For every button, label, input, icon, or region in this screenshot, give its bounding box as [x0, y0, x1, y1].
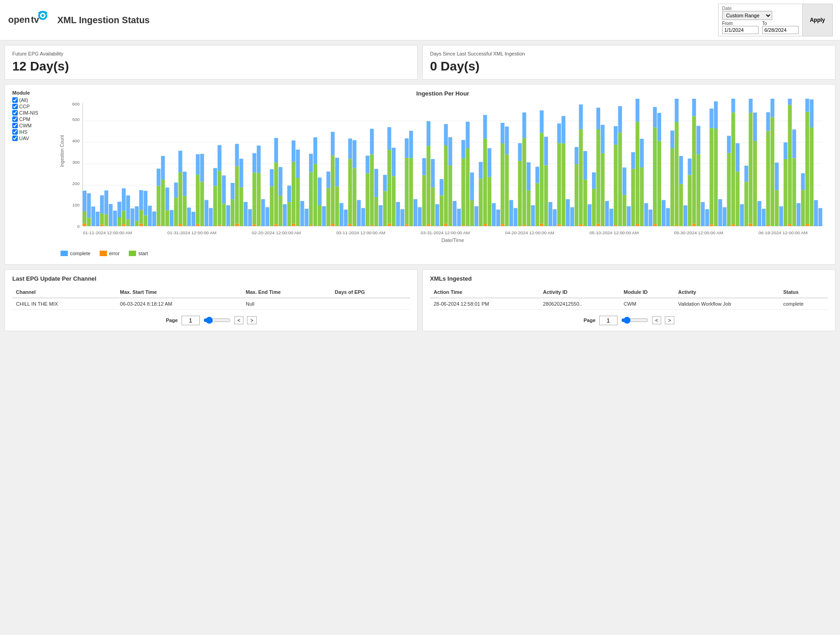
svg-rect-199	[470, 172, 474, 200]
xml-page-label: Page	[583, 318, 595, 323]
filter-checkbox-ihs[interactable]	[12, 129, 18, 135]
xml-page-input[interactable]	[599, 316, 617, 325]
svg-rect-67	[165, 187, 169, 210]
svg-rect-256	[601, 153, 604, 226]
svg-rect-149	[353, 168, 356, 226]
svg-rect-242	[575, 147, 578, 164]
svg-rect-290	[683, 205, 687, 226]
svg-rect-245	[579, 129, 582, 224]
svg-rect-210	[496, 210, 500, 226]
epg-next-button[interactable]: >	[247, 316, 256, 324]
svg-rect-50	[126, 219, 130, 226]
svg-rect-302	[709, 224, 713, 226]
legend-label-error: error	[109, 251, 120, 256]
svg-rect-178	[426, 121, 430, 146]
svg-rect-266	[627, 207, 631, 226]
epg-availability-panel: Future EPG Availability 12 Day(s)	[5, 45, 418, 80]
svg-rect-122	[292, 224, 295, 226]
filter-checkbox-cimnis[interactable]	[12, 110, 18, 116]
svg-rect-151	[361, 208, 365, 226]
legend-start: start	[129, 251, 148, 256]
filter-checkbox-cpm[interactable]	[12, 116, 18, 122]
svg-rect-113	[274, 163, 278, 225]
svg-rect-229	[540, 133, 543, 223]
svg-rect-183	[435, 204, 439, 226]
svg-rect-233	[548, 202, 552, 226]
from-input[interactable]	[722, 26, 759, 34]
svg-rect-280	[658, 141, 661, 226]
svg-rect-127	[309, 154, 313, 172]
filter-checkbox-ccp[interactable]	[12, 104, 18, 109]
svg-rect-201	[475, 207, 478, 226]
svg-rect-293	[692, 99, 696, 116]
svg-rect-323	[762, 209, 765, 226]
svg-text:05-10-2024 12:00:00 AM: 05-10-2024 12:00:00 AM	[590, 230, 639, 235]
xml-next-button[interactable]: >	[665, 316, 674, 324]
svg-rect-112	[274, 138, 278, 162]
svg-rect-225	[531, 205, 535, 226]
filter-label-uav: UAV	[19, 136, 29, 141]
svg-rect-128	[309, 172, 313, 226]
svg-rect-331	[779, 207, 783, 226]
svg-rect-71	[174, 198, 178, 226]
chart-container: 0 100 200 300 400 500 600	[58, 99, 828, 244]
svg-rect-97	[235, 166, 238, 224]
svg-rect-177	[422, 175, 426, 226]
epg-prev-button[interactable]: <	[234, 316, 243, 324]
epg-col-maxstart: Max. Start Time	[116, 287, 242, 298]
svg-rect-186	[444, 124, 448, 146]
to-input[interactable]	[762, 26, 799, 34]
svg-rect-145	[348, 139, 352, 159]
svg-rect-228	[540, 111, 543, 133]
svg-rect-316	[744, 182, 748, 226]
svg-rect-261	[614, 225, 617, 226]
svg-rect-82	[200, 154, 204, 181]
last-ingestion-value: 0 Day(s)	[430, 59, 828, 74]
svg-rect-240	[566, 199, 570, 226]
filter-checkbox-cwm[interactable]	[12, 123, 18, 128]
xml-col-activityid: Activity ID	[539, 287, 620, 298]
xml-table: Action Time Activity ID Module ID Activi…	[430, 287, 828, 310]
epg-cell-maxend: Null	[242, 298, 331, 310]
svg-rect-70	[174, 182, 178, 197]
from-label: From	[722, 21, 759, 26]
svg-rect-211	[501, 123, 504, 143]
svg-rect-193	[461, 140, 465, 159]
svg-rect-40	[104, 191, 108, 215]
svg-rect-285	[675, 99, 678, 122]
svg-rect-288	[679, 156, 683, 184]
epg-page-slider[interactable]	[203, 315, 231, 325]
svg-rect-136	[326, 171, 330, 188]
svg-rect-80	[196, 175, 199, 224]
epg-table-title: Last EPG Update Per Channel	[12, 275, 410, 282]
svg-rect-320	[753, 112, 757, 141]
date-range-select[interactable]: Custom Range Last 7 Days Last 30 Days La…	[722, 11, 772, 20]
svg-rect-176	[422, 158, 426, 176]
svg-rect-95	[231, 199, 234, 226]
svg-rect-208	[487, 177, 491, 226]
xml-prev-button[interactable]: <	[652, 316, 661, 324]
svg-rect-299	[705, 209, 709, 226]
xml-page-slider[interactable]	[621, 315, 648, 325]
epg-page-input[interactable]	[182, 316, 200, 325]
svg-rect-55	[139, 210, 143, 224]
apply-button[interactable]: Apply	[803, 4, 832, 36]
svg-rect-252	[597, 108, 600, 129]
svg-rect-314	[740, 204, 744, 226]
filter-label-all: (All)	[19, 97, 28, 103]
svg-rect-165	[392, 148, 395, 176]
svg-text:400: 400	[72, 138, 80, 143]
svg-rect-138	[331, 132, 334, 156]
svg-rect-166	[392, 176, 395, 226]
svg-rect-64	[161, 156, 165, 180]
svg-rect-150	[357, 200, 360, 226]
filter-checkbox-uav[interactable]	[12, 136, 18, 141]
filter-checkbox-all[interactable]	[12, 97, 18, 103]
svg-rect-275	[648, 210, 652, 226]
svg-rect-179	[426, 146, 430, 224]
svg-rect-153	[365, 173, 369, 226]
date-controls: Date Custom Range Last 7 Days Last 30 Da…	[718, 4, 833, 36]
svg-rect-119	[287, 202, 291, 226]
chart-area: Ingestion Per Hour 0 100 200 300 400	[58, 90, 828, 259]
svg-rect-203	[479, 179, 482, 226]
